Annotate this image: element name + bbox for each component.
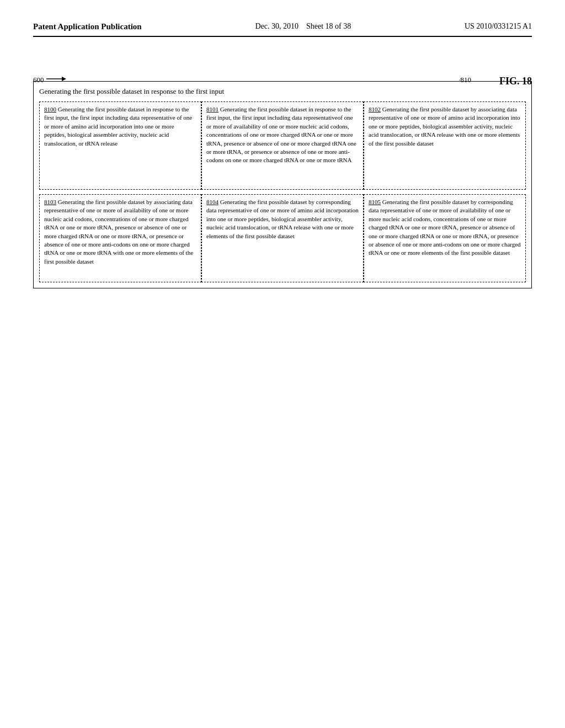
ref-8103: 8103 (44, 199, 56, 205)
outer-title: Generating the first possible dataset in… (39, 87, 526, 96)
bottom-grid: 8103 Generating the first possible datas… (39, 194, 526, 282)
fig-label: FIG. 18 (499, 76, 532, 87)
patent-number: US 2010/0331215 A1 (465, 22, 532, 31)
ref-600: 600 (33, 76, 66, 84)
box-8102: 8102 Generating the first possible datas… (364, 101, 526, 190)
ref-810: ⁄810 (460, 76, 471, 84)
page: Patent Application Publication Dec. 30, … (0, 0, 565, 728)
publication-title: Patent Application Publication (33, 22, 142, 31)
sheet-number: Sheet 18 of 38 (306, 22, 351, 30)
box-8101: 8101 Generating the first possible datas… (201, 101, 364, 190)
box-8105-text: Generating the first possible dataset by… (369, 199, 521, 256)
box-8101-text: Generating the first possible dataset in… (206, 106, 356, 163)
box-8105: 8105 Generating the first possible datas… (364, 194, 526, 282)
ref-8105: 8105 (369, 199, 381, 205)
box-8102-text: Generating the first possible dataset by… (369, 106, 520, 147)
ref-8101: 8101 (206, 106, 218, 113)
page-header: Patent Application Publication Dec. 30, … (33, 22, 532, 37)
box-8104-text: Generating the first possible dataset by… (206, 199, 359, 239)
publication-date: Dec. 30, 2010 (255, 22, 299, 30)
box-8103: 8103 Generating the first possible datas… (39, 194, 201, 282)
box-8100: 8100 Generating the first possible datas… (39, 101, 201, 190)
ref-8102: 8102 (369, 106, 381, 113)
ref-8104: 8104 (206, 199, 218, 205)
outer-box: Generating the first possible dataset in… (33, 81, 532, 288)
box-8100-text: Generating the first possible dataset in… (44, 106, 192, 147)
top-grid: 8100 Generating the first possible datas… (39, 101, 526, 190)
ref-8100: 8100 (44, 106, 56, 113)
publication-date-sheet: Dec. 30, 2010 Sheet 18 of 38 (255, 22, 351, 31)
arrow-600 (46, 76, 66, 82)
diagram-area: FIG. 18 600 ⁄810 Generating the first po… (33, 81, 532, 288)
svg-marker-1 (62, 77, 66, 81)
box-8104: 8104 Generating the first possible datas… (201, 194, 364, 282)
box-8103-text: Generating the first possible dataset by… (44, 199, 193, 265)
